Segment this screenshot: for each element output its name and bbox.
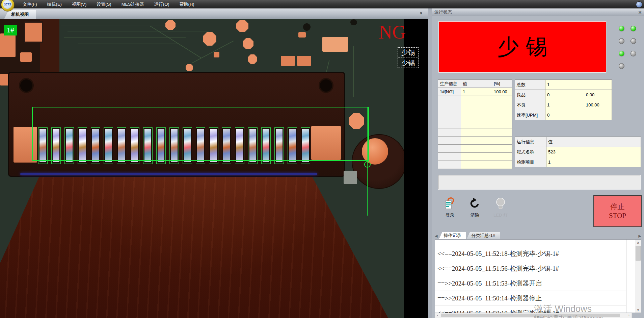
scroll-right-icon[interactable]: ›: [626, 313, 632, 318]
panel-splitter[interactable]: [428, 8, 432, 318]
login-button[interactable]: 登录: [439, 197, 461, 218]
table-cell: [438, 153, 461, 161]
pcb-pad: [165, 20, 176, 30]
horizontal-scrollbar[interactable]: ‹ ›: [435, 313, 632, 318]
pcb-pad: [322, 37, 348, 52]
table-row: 检测项目1: [515, 157, 641, 167]
led-light-button[interactable]: LED 灯: [489, 197, 512, 218]
table-cell: [438, 137, 461, 145]
menubar-status-icon[interactable]: [636, 1, 642, 8]
table-header-cell: [%]: [492, 80, 512, 88]
table-cell: [461, 137, 492, 145]
menu-item[interactable]: 帮助(H): [175, 0, 199, 8]
login-badge-icon: [444, 197, 456, 211]
menu-item[interactable]: MES连接器: [116, 0, 149, 8]
status-led-green: [619, 51, 624, 56]
pcb-trace: [68, 31, 209, 31]
table-cell: [461, 153, 492, 161]
table-header-cell: 值: [546, 137, 641, 147]
menu-item[interactable]: 设置(S): [91, 0, 116, 8]
inspection-roi-rect: [32, 107, 369, 161]
tab-scroll-right-icon[interactable]: ▶: [637, 234, 641, 239]
table-cell: [584, 80, 612, 90]
pcb-pad: [298, 32, 306, 38]
table-cell: 1#[NG]: [438, 88, 461, 96]
scroll-left-icon[interactable]: ‹: [435, 313, 440, 318]
table-row: [438, 128, 512, 137]
scroll-up-icon[interactable]: ∧: [635, 240, 641, 245]
led-bulb-icon: [494, 197, 507, 211]
mounting-hole: [19, 78, 34, 93]
message-box: [438, 175, 641, 190]
defect-banner: 少锡: [438, 21, 607, 73]
led-button-label: LED 灯: [493, 212, 508, 218]
table-cell: 100.00: [492, 88, 512, 96]
table-cell: [492, 137, 512, 145]
clear-button[interactable]: 清除: [464, 197, 486, 218]
table-cell: [492, 145, 512, 153]
table-row: [438, 145, 512, 153]
table-row: [438, 137, 512, 145]
table-cell: 0: [545, 110, 584, 120]
table-cell: [461, 96, 492, 104]
defect-label-list: 少锡少锡: [398, 47, 419, 68]
status-led-gray: [630, 38, 636, 44]
menu-item[interactable]: 运行(O): [149, 0, 175, 8]
table-cell: 1: [461, 88, 492, 96]
table-row: [438, 153, 512, 161]
vertical-scrollbar[interactable]: ∧ ∨: [635, 240, 641, 313]
status-led-gray: [619, 38, 624, 44]
stop-button[interactable]: 停止 STOP: [593, 195, 642, 227]
pcb-pad: [24, 21, 43, 43]
log-tabs: 操作记录分类汇总-1#: [439, 232, 501, 239]
table-cell: [438, 145, 461, 153]
camera-tab-bar: 相机视图 ▼: [0, 8, 428, 19]
table-cell: 1: [545, 80, 584, 90]
summary-table: 总数1良品00.00不良1100.00速率[UPM]0: [515, 79, 612, 120]
table-cell: [492, 104, 512, 112]
defect-label: 少锡: [398, 58, 419, 68]
menu-item[interactable]: 视图(V): [67, 0, 91, 8]
production-table-header: 生产信息值[%]: [438, 80, 512, 88]
table-cell: [584, 110, 612, 120]
mounting-hole: [319, 78, 333, 93]
table-row: [438, 120, 512, 128]
table-cell: [438, 120, 461, 128]
pcb-trace: [78, 44, 179, 44]
table-cell: [438, 96, 461, 104]
table-row: 不良1100.00: [515, 100, 612, 110]
vertical-scroll-thumb[interactable]: [636, 246, 641, 261]
pcb-pad: [0, 33, 16, 57]
stop-label-cn: 停止: [611, 202, 625, 211]
menu-item[interactable]: 编辑(E): [42, 0, 67, 8]
status-led-gray: [630, 51, 636, 56]
status-led-green: [630, 26, 636, 31]
scroll-down-icon[interactable]: ∨: [635, 307, 641, 313]
defect-label: 少锡: [398, 47, 419, 57]
log-entry: <<==2024-05-05_11:52:18-检测完毕-少锡-1#: [435, 246, 626, 261]
run-info-table-header: 运行信息值: [515, 137, 641, 147]
tab-scroll-left-icon[interactable]: ◀: [435, 234, 439, 239]
table-cell: [461, 128, 492, 137]
pcb-pad: [243, 38, 253, 49]
tab-inactive[interactable]: 分类汇总-1#: [466, 232, 500, 239]
tab-active[interactable]: 操作记录: [439, 232, 466, 239]
table-row: 程式名称523: [515, 147, 641, 157]
menu-item[interactable]: 文件(F): [18, 0, 42, 8]
table-cell: [438, 112, 461, 120]
table-cell: 检测项目: [515, 157, 546, 167]
pcb-pad: [297, 56, 311, 66]
pcb-pad: [236, 20, 248, 32]
chevron-down-icon[interactable]: ▼: [419, 11, 423, 15]
log-entry: <<==2024-05-05_11:50:10-检测完毕-少锡-1#: [435, 306, 626, 313]
table-cell: 良品: [515, 90, 545, 100]
clear-refresh-icon: [468, 197, 481, 211]
table-header-cell: 生产信息: [438, 80, 461, 88]
panel-title-bar: 运行状态: [432, 8, 644, 16]
log-tab-strip: ◀ 操作记录分类汇总-1# ▶: [435, 231, 641, 239]
pcb-image: 1#: [0, 19, 404, 318]
close-icon[interactable]: ✕: [637, 10, 643, 15]
table-cell: [461, 161, 492, 169]
connector-blue-glow: [20, 173, 317, 175]
horizontal-scroll-thumb[interactable]: [441, 314, 620, 317]
